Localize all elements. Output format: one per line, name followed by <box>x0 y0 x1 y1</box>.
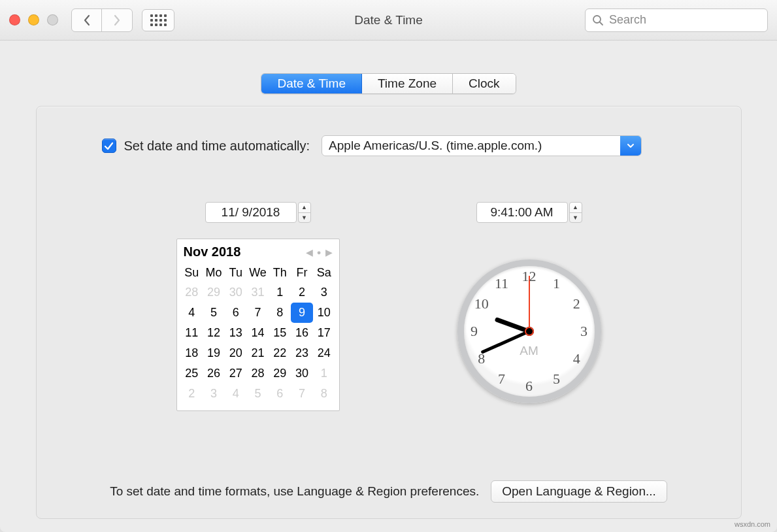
calendar-day[interactable]: 6 <box>225 303 247 323</box>
time-column: 9:41:00 AM ▲ ▼ AM 121234 <box>457 202 601 411</box>
calendar-dow-label: Fr <box>291 263 313 282</box>
calendar-day[interactable]: 8 <box>313 384 335 404</box>
calendar-next-button[interactable]: ▶ <box>325 247 333 258</box>
search-icon <box>592 14 604 26</box>
calendar-day[interactable]: 8 <box>269 303 291 323</box>
calendar-day[interactable]: 22 <box>269 343 291 363</box>
calendar-day[interactable]: 30 <box>291 363 313 384</box>
calendar-day[interactable]: 10 <box>313 303 335 323</box>
nav-buttons <box>71 8 133 32</box>
calendar-day[interactable]: 1 <box>269 282 291 303</box>
calendar-day[interactable]: 11 <box>181 323 203 343</box>
auto-time-label: Set date and time automatically: <box>124 139 310 154</box>
calendar-day[interactable]: 24 <box>313 343 335 363</box>
calendar-day[interactable]: 25 <box>181 363 203 384</box>
auto-time-row: Set date and time automatically: Apple A… <box>102 135 715 156</box>
calendar-day[interactable]: 4 <box>181 303 203 323</box>
analog-clock-container: AM 121234567891011 <box>457 259 601 403</box>
stepper-down-icon: ▼ <box>299 213 310 223</box>
stepper-up-icon: ▲ <box>570 203 582 213</box>
calendar-day[interactable]: 20 <box>225 343 247 363</box>
calendar-day[interactable]: 3 <box>203 384 225 404</box>
calendar-day[interactable]: 13 <box>225 323 247 343</box>
calendar-day[interactable]: 31 <box>247 282 269 303</box>
grid-icon <box>150 14 167 26</box>
calendar-day[interactable]: 23 <box>291 343 313 363</box>
calendar-day[interactable]: 29 <box>203 282 225 303</box>
date-stepper[interactable]: ▲ ▼ <box>298 202 311 223</box>
clock-number: 2 <box>573 295 580 312</box>
tab-clock[interactable]: Clock <box>453 74 516 93</box>
calendar-dow-label: Sa <box>313 263 335 282</box>
calendar-day[interactable]: 3 <box>313 282 335 303</box>
chevron-right-icon <box>113 14 121 26</box>
calendar-dow-label: Tu <box>225 263 247 282</box>
stepper-up-icon: ▲ <box>299 203 310 213</box>
minimize-window-button[interactable] <box>28 14 39 25</box>
svg-point-0 <box>593 16 601 23</box>
calendar-day[interactable]: 28 <box>181 282 203 303</box>
zoom-window-button[interactable] <box>47 14 58 25</box>
chevron-down-icon <box>627 142 635 150</box>
calendar-day[interactable]: 2 <box>181 384 203 404</box>
open-language-region-button[interactable]: Open Language & Region... <box>491 480 667 503</box>
calendar-day[interactable]: 4 <box>225 384 247 404</box>
time-server-select[interactable]: Apple Americas/U.S. (time.apple.com.) <box>322 135 642 156</box>
calendar-dow-label: Mo <box>203 263 225 282</box>
date-column: 11/ 9/2018 ▲ ▼ Nov 2018 ◀ ● ▶ <box>176 202 340 411</box>
forward-button[interactable] <box>102 9 132 31</box>
window-controls <box>9 14 58 25</box>
titlebar: Date & Time Search <box>0 0 777 41</box>
calendar-day[interactable]: 12 <box>203 323 225 343</box>
show-all-button[interactable] <box>142 9 174 31</box>
calendar-day[interactable]: 17 <box>313 323 335 343</box>
calendar-day[interactable]: 26 <box>203 363 225 384</box>
calendar-day[interactable]: 21 <box>247 343 269 363</box>
calendar-day[interactable]: 30 <box>225 282 247 303</box>
clock-number: 3 <box>580 323 587 340</box>
auto-time-checkbox[interactable] <box>102 139 116 153</box>
calendar-widget: Nov 2018 ◀ ● ▶ SuMoTuWeThFrSa28293031123… <box>176 239 340 411</box>
calendar-today-button[interactable]: ● <box>317 248 322 256</box>
close-window-button[interactable] <box>9 14 20 25</box>
calendar-day[interactable]: 29 <box>269 363 291 384</box>
calendar-prev-button[interactable]: ◀ <box>306 247 313 258</box>
time-input[interactable]: 9:41:00 AM <box>476 202 568 223</box>
footer-row: To set date and time formats, use Langua… <box>37 480 741 503</box>
date-input[interactable]: 11/ 9/2018 <box>205 202 297 223</box>
calendar-day[interactable]: 14 <box>247 323 269 343</box>
calendar-day[interactable]: 18 <box>181 343 203 363</box>
calendar-day[interactable]: 27 <box>225 363 247 384</box>
clock-ampm-label: AM <box>520 344 538 358</box>
tab-time-zone[interactable]: Time Zone <box>362 74 453 93</box>
calendar-day[interactable]: 15 <box>269 323 291 343</box>
calendar-day[interactable]: 16 <box>291 323 313 343</box>
calendar-dow-label: We <box>247 263 269 282</box>
calendar-day[interactable]: 9 <box>291 303 313 323</box>
calendar-day[interactable]: 7 <box>247 303 269 323</box>
stepper-down-icon: ▼ <box>570 213 582 223</box>
back-button[interactable] <box>72 9 102 31</box>
tab-date-time[interactable]: Date & Time <box>261 74 362 93</box>
clock-number: 7 <box>498 371 505 388</box>
calendar-dow-label: Su <box>181 263 203 282</box>
clock-number: 1 <box>553 275 560 292</box>
settings-pane: Set date and time automatically: Apple A… <box>36 106 742 519</box>
analog-clock: AM 121234567891011 <box>457 259 601 403</box>
clock-number: 10 <box>474 295 489 312</box>
calendar-day[interactable]: 1 <box>313 363 335 384</box>
clock-number: 4 <box>573 350 580 367</box>
chevron-left-icon <box>83 14 91 26</box>
calendar-dow-label: Th <box>269 263 291 282</box>
calendar-day[interactable]: 2 <box>291 282 313 303</box>
calendar-day[interactable]: 6 <box>269 384 291 404</box>
calendar-day[interactable]: 5 <box>247 384 269 404</box>
time-stepper[interactable]: ▲ ▼ <box>569 202 582 223</box>
search-field[interactable]: Search <box>585 8 768 32</box>
calendar-day[interactable]: 7 <box>291 384 313 404</box>
search-placeholder: Search <box>609 13 646 27</box>
calendar-day[interactable]: 5 <box>203 303 225 323</box>
calendar-day[interactable]: 28 <box>247 363 269 384</box>
svg-line-1 <box>600 22 603 25</box>
calendar-day[interactable]: 19 <box>203 343 225 363</box>
